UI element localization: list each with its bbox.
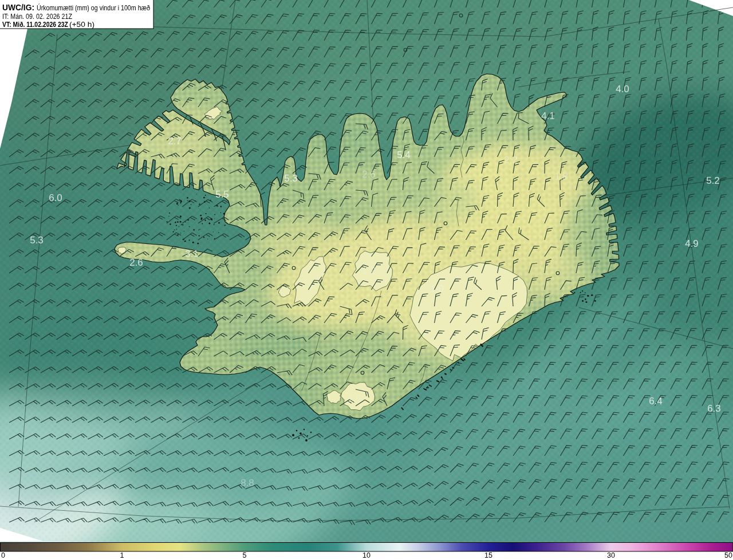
svg-text:1.8: 1.8 [554, 171, 568, 182]
svg-text:1: 1 [120, 551, 124, 559]
svg-text:VT: Mið. 11.02.2026 23Z: VT: Mið. 11.02.2026 23Z [2, 21, 68, 29]
svg-text:5.3: 5.3 [284, 173, 298, 184]
svg-text:2.6: 2.6 [129, 257, 143, 268]
svg-text:8.8: 8.8 [241, 478, 254, 488]
svg-text:6.3: 6.3 [707, 403, 721, 414]
svg-text:0: 0 [1, 551, 5, 559]
svg-text:1.0: 1.0 [430, 283, 444, 294]
svg-text:1.2: 1.2 [362, 265, 376, 276]
svg-text:2.6: 2.6 [362, 169, 376, 180]
svg-text:2.2: 2.2 [504, 155, 518, 165]
svg-text:Úrkomumætti (mm) og vindur i 1: Úrkomumætti (mm) og vindur i 100m hæð [37, 3, 150, 12]
svg-text:5.2: 5.2 [706, 175, 720, 186]
svg-text:5.4: 5.4 [397, 149, 411, 160]
svg-text:(+50 h): (+50 h) [69, 21, 94, 29]
svg-text:4.1: 4.1 [541, 111, 555, 121]
svg-text:3.1: 3.1 [185, 249, 199, 259]
svg-text:6.0: 6.0 [49, 192, 62, 203]
svg-text:2.7: 2.7 [168, 136, 182, 147]
svg-text:30: 30 [607, 551, 615, 559]
svg-text:4.9: 4.9 [685, 238, 699, 249]
svg-text:50: 50 [724, 551, 732, 559]
svg-text:5.5: 5.5 [215, 189, 229, 200]
svg-text:5: 5 [243, 551, 247, 559]
svg-text:1.6: 1.6 [348, 393, 361, 404]
svg-text:10: 10 [362, 551, 371, 559]
svg-text:6.4: 6.4 [649, 396, 663, 407]
svg-text:UWC/IG:: UWC/IG: [2, 3, 34, 12]
svg-text:IT: Mán. 09. 02. 2026 21Z: IT: Mán. 09. 02. 2026 21Z [2, 13, 72, 21]
svg-text:15: 15 [484, 551, 492, 559]
svg-text:4.0: 4.0 [616, 84, 629, 94]
svg-text:5.3: 5.3 [30, 235, 44, 246]
